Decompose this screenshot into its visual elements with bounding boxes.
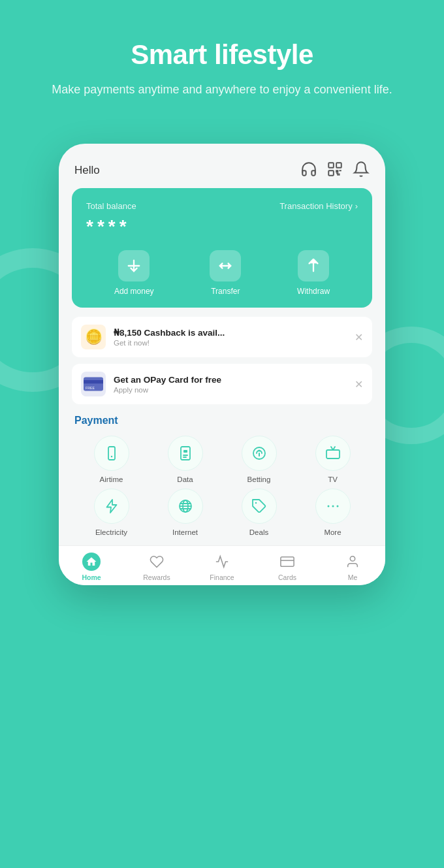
withdraw-label: Withdraw (297, 287, 330, 296)
data-label: Data (177, 475, 193, 483)
tv-label: TV (328, 475, 338, 483)
scan-icon[interactable] (326, 161, 343, 180)
cashback-icon: 🪙 (81, 325, 106, 349)
payment-betting[interactable]: Betting (222, 436, 296, 483)
nav-cards-label: Cards (278, 573, 296, 581)
header-icons (300, 161, 370, 180)
nav-finance-label: Finance (210, 573, 234, 581)
svg-rect-6 (108, 447, 115, 460)
airtime-label: Airtime (100, 475, 123, 483)
headset-icon[interactable] (300, 161, 317, 180)
svg-rect-15 (326, 450, 340, 458)
nav-home[interactable]: Home (59, 553, 124, 581)
withdraw-button[interactable]: Withdraw (297, 250, 330, 296)
deals-label: Deals (249, 528, 268, 536)
svg-text:FREE: FREE (86, 386, 95, 390)
phone-mockup: Hello (59, 144, 385, 585)
cashback-subtitle: Get it now! (114, 339, 347, 347)
cashback-notification: 🪙 ₦8,150 Cashback is avail... Get it now… (72, 317, 372, 357)
transfer-label: Transfer (211, 287, 240, 296)
hero-title: Smart lifestyle (26, 39, 418, 71)
cashback-title: ₦8,150 Cashback is avail... (114, 327, 347, 338)
nav-me-label: Me (348, 573, 358, 581)
payment-more[interactable]: More (296, 489, 370, 536)
svg-point-22 (336, 506, 338, 507)
opay-card-title: Get an OPay Card for free (114, 375, 347, 385)
balance-amount: **** (86, 216, 358, 237)
svg-rect-8 (181, 447, 190, 460)
nav-me[interactable]: Me (320, 553, 385, 581)
cashback-close-button[interactable]: ✕ (355, 331, 363, 344)
opay-card-subtitle: Apply now (114, 386, 347, 394)
nav-rewards-label: Rewards (143, 573, 170, 581)
opay-card-notification: FREE Get an OPay Card for free Apply now… (72, 364, 372, 404)
betting-label: Betting (247, 475, 271, 483)
transaction-history-link[interactable]: Transaction History › (279, 201, 358, 211)
payment-grid-row1: Airtime Data (74, 436, 370, 536)
svg-point-13 (258, 450, 260, 452)
opay-card-icon: FREE (81, 372, 106, 396)
hero-subtitle: Make payments anytime and anywhere to en… (26, 81, 418, 99)
nav-home-label: Home (82, 573, 101, 581)
nav-finance[interactable]: Finance (189, 553, 255, 581)
svg-rect-23 (281, 557, 294, 567)
payment-airtime[interactable]: Airtime (74, 436, 148, 483)
svg-point-25 (350, 556, 355, 561)
add-money-button[interactable]: Add money (114, 250, 154, 296)
action-buttons: Add money Transfer Withdraw (86, 250, 358, 296)
electricity-label: Electricity (95, 528, 127, 536)
payment-internet[interactable]: Internet (148, 489, 222, 536)
payment-section: Payment Airtime (72, 411, 372, 536)
nav-rewards[interactable]: Rewards (124, 553, 189, 581)
svg-rect-9 (183, 450, 187, 453)
bell-icon[interactable] (353, 161, 370, 180)
svg-rect-0 (328, 163, 334, 168)
svg-rect-4 (84, 380, 103, 383)
phone-header: Hello (72, 157, 372, 188)
internet-label: Internet (172, 528, 198, 536)
opay-card-close-button[interactable]: ✕ (355, 378, 363, 391)
svg-point-21 (332, 506, 334, 507)
greeting-text: Hello (74, 164, 100, 177)
svg-point-20 (327, 506, 329, 507)
balance-card: Total balance Transaction History › ****… (72, 188, 372, 308)
hero-section: Smart lifestyle Make payments anytime an… (0, 0, 444, 118)
svg-rect-2 (328, 170, 334, 176)
svg-rect-1 (336, 163, 341, 168)
bottom-nav: Home Rewards Finance (59, 545, 385, 585)
more-label: More (324, 528, 341, 536)
transfer-button[interactable]: Transfer (210, 250, 241, 296)
add-money-label: Add money (114, 287, 154, 296)
payment-data[interactable]: Data (148, 436, 222, 483)
nav-cards[interactable]: Cards (255, 553, 320, 581)
payment-tv[interactable]: TV (296, 436, 370, 483)
phone-body: Hello (59, 144, 385, 585)
payment-electricity[interactable]: Electricity (74, 489, 148, 536)
payment-deals[interactable]: Deals (222, 489, 296, 536)
payment-section-title: Payment (74, 415, 370, 426)
balance-label: Total balance (86, 201, 136, 211)
